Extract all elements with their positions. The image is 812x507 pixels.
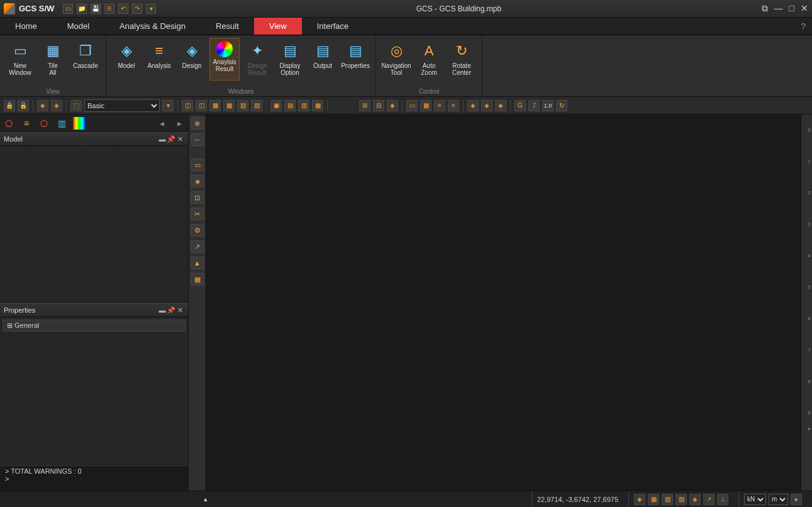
t10-icon[interactable]: ▦: [312, 100, 323, 111]
t4-icon[interactable]: ▦: [223, 100, 235, 111]
ribbon-cascade[interactable]: ❐Cascade: [70, 38, 101, 81]
sb-i6-icon[interactable]: ↗: [703, 494, 715, 505]
t20-icon[interactable]: ◈: [495, 100, 506, 111]
t24-icon[interactable]: ↻: [556, 100, 567, 111]
layer-select[interactable]: Basic: [84, 99, 160, 112]
sb-last-icon[interactable]: ▸: [791, 494, 802, 505]
vt-tool7-icon[interactable]: ▲: [191, 257, 204, 269]
lock-icon[interactable]: 🔒: [4, 100, 15, 111]
t8-icon[interactable]: ▤: [284, 100, 296, 111]
ribbon-display-option[interactable]: ▤DisplayOption: [275, 38, 305, 81]
tab-interface[interactable]: Interface: [302, 18, 364, 35]
ribbon-rotate-center[interactable]: ↻RotateCenter: [447, 38, 477, 81]
help-icon[interactable]: ?: [794, 18, 812, 35]
vt-tool3-icon[interactable]: ⊡: [191, 191, 204, 204]
qat-saveas-icon[interactable]: ⎘: [104, 4, 114, 14]
sp-tab5-icon[interactable]: ✦: [73, 117, 86, 130]
sp-tab3-icon[interactable]: ⬠: [38, 117, 50, 130]
tab-home[interactable]: Home: [0, 18, 52, 35]
ruler-expand-icon[interactable]: ▸: [808, 426, 811, 432]
properties-category[interactable]: ⊞ General: [3, 320, 186, 332]
t1-icon[interactable]: ◫: [182, 100, 193, 111]
vt-tool1-icon[interactable]: ▭: [191, 159, 204, 171]
sp-tab4-icon[interactable]: ▥: [55, 117, 68, 130]
ribbon-tile-all[interactable]: ▦TileAll: [38, 38, 68, 81]
t17-icon[interactable]: ≡: [448, 100, 459, 111]
vt-arrows-icon[interactable]: ↔: [191, 133, 204, 146]
t7-icon[interactable]: ▣: [270, 100, 282, 111]
t13-icon[interactable]: ◈: [387, 100, 398, 111]
dd-icon[interactable]: ▾: [162, 100, 174, 111]
model-tree[interactable]: [0, 146, 188, 303]
panel-close-icon[interactable]: ✕: [175, 135, 184, 143]
panel-pin-icon[interactable]: 📌: [167, 135, 175, 143]
t6-icon[interactable]: ▨: [251, 100, 262, 111]
unlock-icon[interactable]: 🔓: [18, 100, 29, 111]
sb-i3-icon[interactable]: ▧: [662, 494, 673, 505]
ribbon-auto-zoom[interactable]: AAutoZoom: [414, 38, 444, 81]
vt-tool8-icon[interactable]: ▦: [191, 273, 204, 286]
ribbon-properties[interactable]: ▤Properties: [340, 38, 370, 81]
close-icon[interactable]: ✕: [801, 3, 808, 14]
panel-float-icon[interactable]: ▬: [158, 135, 167, 143]
t21-icon[interactable]: G: [514, 100, 526, 111]
t23-icon[interactable]: 1.0: [542, 100, 553, 111]
ribbon-new-window[interactable]: ▭NewWindow: [5, 38, 35, 81]
sp-tab2-icon[interactable]: ≡: [20, 117, 33, 130]
unit-length-select[interactable]: m: [769, 494, 788, 505]
prop-float-icon[interactable]: ▬: [158, 306, 167, 314]
t22-icon[interactable]: ⤴: [528, 100, 540, 111]
ribbon-model[interactable]: ◈Model: [111, 38, 142, 81]
t12-icon[interactable]: ⊟: [373, 100, 384, 111]
prop-pin-icon[interactable]: 📌: [167, 306, 175, 315]
vt-tool2-icon[interactable]: ◈: [191, 175, 204, 187]
qat-new-icon[interactable]: ▭: [63, 4, 73, 14]
t2-icon[interactable]: ◫: [196, 100, 207, 111]
sb-i4-icon[interactable]: ▨: [676, 494, 687, 505]
t15-icon[interactable]: ▦: [420, 100, 431, 111]
qat-open-icon[interactable]: 📁: [77, 4, 87, 14]
vt-tool6-icon[interactable]: ↗: [191, 240, 204, 253]
cube-icon[interactable]: ◈: [37, 100, 48, 111]
unit-force-select[interactable]: kN: [744, 494, 766, 505]
t18-icon[interactable]: ◈: [467, 100, 479, 111]
ribbon-design[interactable]: ◈Design: [177, 38, 207, 81]
t19-icon[interactable]: ◈: [481, 100, 492, 111]
ribbon-design-result[interactable]: ✦DesignResult: [242, 38, 272, 81]
sp-prev-icon[interactable]: ◂: [155, 117, 168, 130]
sb-i5-icon[interactable]: ◈: [689, 494, 701, 505]
t3-icon[interactable]: ▦: [209, 100, 221, 111]
qat-dropdown-icon[interactable]: ▾: [146, 4, 156, 14]
ribbon-anaylsis-result[interactable]: AnaylsisResult: [209, 38, 240, 81]
minimize-icon[interactable]: —: [774, 3, 783, 14]
ribbon-navigation-tool[interactable]: ◎NavigationTool: [381, 38, 411, 81]
tab-model[interactable]: Model: [52, 18, 104, 35]
ribbon-analysis[interactable]: ≡Analysis: [144, 38, 174, 81]
sp-next-icon[interactable]: ▸: [173, 117, 186, 130]
status-expand-icon[interactable]: ▴: [199, 495, 213, 503]
tab-result[interactable]: Result: [201, 18, 254, 35]
sp-tab1-icon[interactable]: ⬠: [3, 117, 15, 130]
prop-close-icon[interactable]: ✕: [175, 306, 184, 315]
qat-undo-icon[interactable]: ↶: [118, 4, 128, 14]
qat-redo-icon[interactable]: ↷: [132, 4, 142, 14]
vt-tool5-icon[interactable]: ⚙: [191, 224, 204, 237]
tab-view[interactable]: View: [254, 18, 302, 35]
t11-icon[interactable]: ⊞: [359, 100, 370, 111]
t9-icon[interactable]: ▥: [298, 100, 309, 111]
select-icon[interactable]: ⬚: [70, 100, 82, 111]
cmd-prompt[interactable]: >: [5, 475, 184, 482]
vt-tool4-icon[interactable]: ✂: [191, 208, 204, 220]
tab-analysis-design[interactable]: Analysis & Design: [104, 18, 201, 35]
t16-icon[interactable]: ≡: [434, 100, 445, 111]
vt-target-icon[interactable]: ⊕: [191, 117, 204, 130]
maximize-icon[interactable]: □: [789, 3, 794, 14]
qat-save-icon[interactable]: 💾: [91, 4, 101, 14]
restore-down-icon[interactable]: ⧉: [762, 3, 768, 14]
sb-i2-icon[interactable]: ▦: [648, 494, 659, 505]
ribbon-output[interactable]: ▤Output: [308, 38, 338, 81]
cube2-icon[interactable]: ◈: [51, 100, 62, 111]
sb-i7-icon[interactable]: ⊥: [717, 494, 728, 505]
sb-i1-icon[interactable]: ◈: [634, 494, 645, 505]
t14-icon[interactable]: ▭: [406, 100, 418, 111]
